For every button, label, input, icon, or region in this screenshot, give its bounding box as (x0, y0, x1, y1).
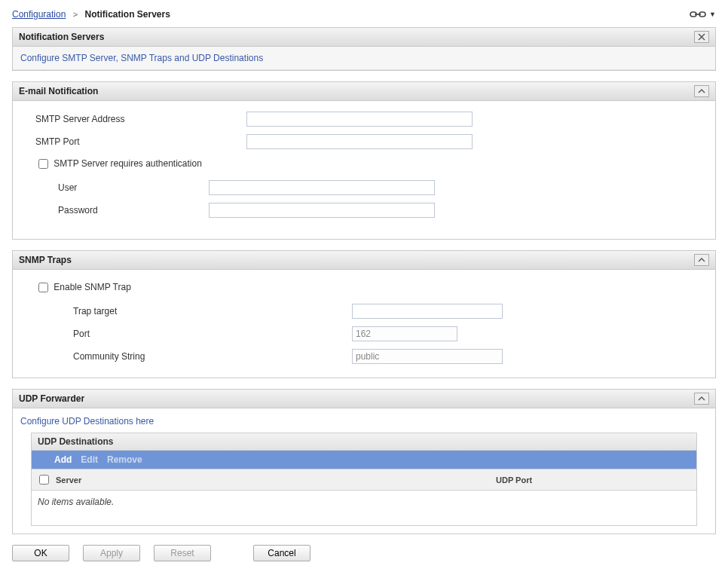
remove-button[interactable]: Remove (107, 454, 142, 465)
smtp-server-input[interactable] (246, 112, 473, 127)
button-row: OK Apply Reset Cancel (12, 545, 716, 561)
breadcrumb-root-link[interactable]: Configuration (12, 9, 66, 20)
smtp-auth-checkbox[interactable] (38, 159, 48, 169)
enable-snmp-checkbox-label[interactable]: Enable SNMP Trap (35, 282, 131, 292)
user-label: User (58, 182, 209, 193)
enable-snmp-text: Enable SNMP Trap (54, 282, 131, 292)
trap-target-input[interactable] (352, 304, 503, 319)
apply-button[interactable]: Apply (83, 545, 140, 561)
column-udp-port: UDP Port (496, 476, 692, 485)
udp-panel-description: Configure UDP Destinations here (19, 413, 709, 433)
smtp-port-input[interactable] (246, 134, 473, 149)
snmp-port-input[interactable] (352, 326, 457, 341)
main-panel-description: Configure SMTP Server, SNMP Traps and UD… (13, 47, 715, 70)
snmp-port-label: Port (35, 329, 352, 339)
add-button[interactable]: Add (39, 454, 72, 465)
password-input[interactable] (209, 203, 435, 218)
close-icon[interactable] (694, 31, 709, 43)
link-menu[interactable]: ▼ (690, 10, 716, 19)
main-panel-title: Notification Servers (19, 32, 104, 42)
cancel-button[interactable]: Cancel (253, 545, 310, 561)
smtp-port-label: SMTP Port (35, 136, 246, 147)
udp-table-title: UDP Destinations (32, 433, 696, 451)
community-string-input[interactable] (352, 349, 503, 364)
smtp-server-label: SMTP Server Address (35, 114, 246, 124)
udp-table-empty: No items available. (32, 491, 696, 525)
select-all-checkbox[interactable] (39, 475, 49, 485)
udp-table-toolbar: Add Edit Remove (32, 451, 696, 469)
collapse-icon[interactable] (694, 393, 709, 405)
user-input[interactable] (209, 180, 435, 195)
reset-button[interactable]: Reset (154, 545, 211, 561)
snmp-panel-title: SNMP Traps (19, 255, 72, 265)
udp-table-header: Server UDP Port (32, 469, 696, 491)
trap-target-label: Trap target (35, 306, 352, 316)
smtp-auth-text: SMTP Server requires authentication (54, 158, 202, 169)
main-panel: Notification Servers Configure SMTP Serv… (12, 27, 716, 71)
email-panel-title: E-mail Notification (19, 86, 98, 96)
udp-panel-title: UDP Forwarder (19, 393, 84, 404)
udp-panel: UDP Forwarder Configure UDP Destinations… (12, 389, 716, 534)
breadcrumb: Configuration > Notification Servers (12, 9, 170, 20)
column-server: Server (56, 476, 496, 485)
link-icon (690, 10, 706, 19)
udp-destinations-table: UDP Destinations Add Edit Remove Server … (31, 433, 697, 526)
ok-button[interactable]: OK (12, 545, 69, 561)
edit-button[interactable]: Edit (81, 454, 98, 465)
breadcrumb-separator: > (73, 10, 78, 19)
breadcrumb-current: Notification Servers (85, 9, 170, 20)
email-panel: E-mail Notification SMTP Server Address … (12, 81, 716, 240)
chevron-down-icon: ▼ (709, 11, 716, 18)
smtp-auth-checkbox-label[interactable]: SMTP Server requires authentication (35, 158, 202, 169)
snmp-panel: SNMP Traps Enable SNMP Trap Trap target … (12, 250, 716, 378)
community-string-label: Community String (35, 351, 352, 362)
password-label: Password (58, 205, 209, 216)
enable-snmp-checkbox[interactable] (38, 283, 48, 292)
collapse-icon[interactable] (694, 85, 709, 97)
collapse-icon[interactable] (694, 254, 709, 266)
